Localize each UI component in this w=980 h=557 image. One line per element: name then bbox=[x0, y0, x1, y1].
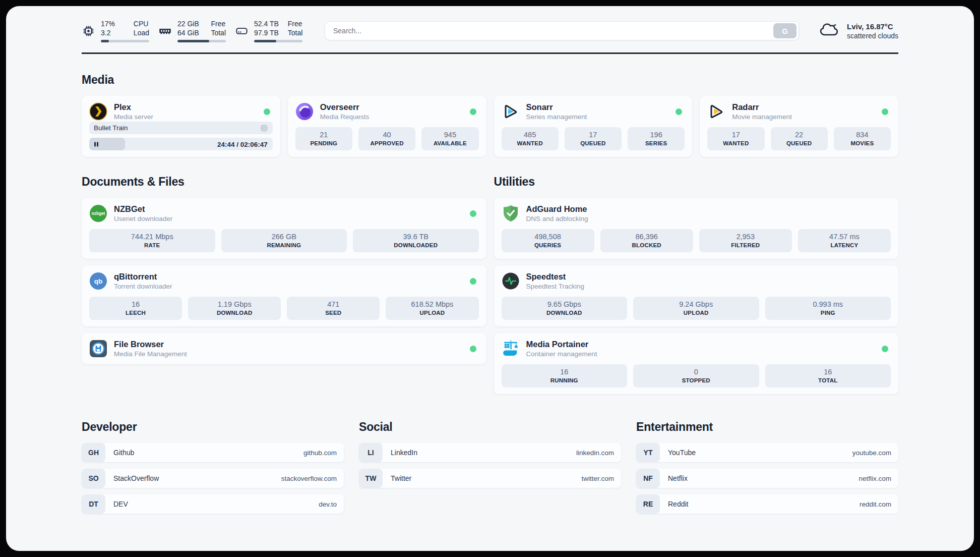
stat-ping: 0.993 ms PING bbox=[765, 297, 891, 320]
app-card-adguard[interactable]: AdGuard Home DNS and adblocking 498,508 … bbox=[494, 198, 899, 259]
nzbget-icon: nzbget bbox=[89, 204, 107, 222]
portainer-icon bbox=[502, 340, 520, 358]
social-section: Social LI LinkedIn linkedin.com TW Twitt… bbox=[359, 420, 621, 514]
pause-icon bbox=[94, 142, 98, 146]
disk-stat-widget: 52.4 TB Free 97.9 TB Total bbox=[235, 19, 302, 42]
speedtest-icon bbox=[502, 272, 520, 290]
app-subtitle: Media File Management bbox=[114, 350, 187, 358]
session-icon bbox=[260, 124, 268, 132]
stat-series: 196 SERIES bbox=[628, 127, 685, 150]
stat-total: 16 TOTAL bbox=[765, 364, 891, 387]
app-card-filebrowser[interactable]: File Browser Media File Management bbox=[82, 333, 486, 364]
app-subtitle: Usenet downloader bbox=[114, 215, 172, 222]
status-dot bbox=[470, 346, 476, 352]
entertainment-section: Entertainment YT YouTube youtube.com NF … bbox=[636, 420, 898, 514]
cpu-label-bottom: Load bbox=[134, 28, 149, 37]
link-row-youtube[interactable]: YT YouTube youtube.com bbox=[636, 443, 898, 462]
playback-time: 24:44 / 02:06:47 bbox=[217, 140, 268, 148]
stat-stopped: 0 STOPPED bbox=[633, 364, 759, 387]
link-badge: TW bbox=[359, 469, 383, 488]
stat-filtered: 2,953 FILTERED bbox=[699, 229, 792, 252]
stat-latency: 47.57 ms LATENCY bbox=[798, 229, 891, 252]
stat-queued: 17 QUEUED bbox=[565, 127, 622, 150]
cloud-icon bbox=[819, 22, 840, 40]
link-row-dev[interactable]: DT DEV dev.to bbox=[82, 494, 344, 514]
app-name: Speedtest bbox=[526, 272, 585, 282]
stat-movies: 834 MOVIES bbox=[834, 127, 891, 150]
status-dot bbox=[470, 278, 476, 285]
memory-label-top: Free bbox=[211, 19, 226, 28]
playback-progress-bar: 24:44 / 02:06:47 bbox=[89, 138, 273, 150]
link-badge: NF bbox=[636, 469, 660, 488]
app-card-radarr[interactable]: Radarr Movie management 17 WANTED 22 QUE… bbox=[700, 96, 898, 157]
cpu-progress-bar bbox=[101, 40, 149, 42]
stat-blocked: 86,396 BLOCKED bbox=[600, 229, 693, 252]
stat-wanted: 485 WANTED bbox=[502, 127, 559, 150]
search-bar: G bbox=[325, 21, 799, 40]
adguard-icon bbox=[502, 204, 520, 222]
disk-label-top: Free bbox=[288, 19, 303, 28]
weather-condition: scattered clouds bbox=[847, 32, 898, 40]
link-badge: LI bbox=[359, 443, 383, 462]
utilities-column: Utilities AdGuard Home DNS and adblockin… bbox=[494, 175, 899, 394]
app-name: File Browser bbox=[114, 340, 187, 349]
stat-queued: 22 QUEUED bbox=[771, 127, 828, 150]
app-subtitle: Movie management bbox=[732, 113, 792, 121]
memory-label-bottom: Total bbox=[211, 28, 226, 37]
cpu-label-top: CPU bbox=[134, 19, 149, 28]
radarr-icon bbox=[707, 102, 725, 121]
stat-downloaded: 39.6 TB DOWNLOADED bbox=[353, 229, 479, 252]
status-dot bbox=[882, 346, 888, 352]
stat-queries: 498,508 QUERIES bbox=[502, 229, 594, 252]
search-input[interactable] bbox=[325, 21, 799, 40]
google-search-button[interactable]: G bbox=[773, 23, 797, 38]
developer-section: Developer GH Github github.com SO StackO… bbox=[82, 420, 344, 514]
status-dot bbox=[676, 108, 682, 115]
link-badge: GH bbox=[82, 443, 105, 462]
link-row-github[interactable]: GH Github github.com bbox=[82, 443, 344, 462]
app-name: NZBGet bbox=[114, 204, 172, 214]
section-title-documents: Documents & Files bbox=[82, 175, 486, 189]
stat-download: 9.65 Gbps DOWNLOAD bbox=[502, 297, 628, 320]
app-card-sonarr[interactable]: Sonarr Series management 485 WANTED 17 Q… bbox=[494, 96, 693, 157]
link-row-linkedin[interactable]: LI LinkedIn linkedin.com bbox=[359, 443, 621, 462]
app-card-qbittorrent[interactable]: qb qBittorrent Torrent downloader 16 LEE… bbox=[82, 265, 486, 326]
link-row-reddit[interactable]: RE Reddit reddit.com bbox=[636, 494, 898, 514]
system-stats: 17% CPU 3.2 Load 22 bbox=[82, 19, 302, 42]
weather-widget: Lviv, 16.87°C scattered clouds bbox=[819, 22, 898, 40]
app-name: Overseerr bbox=[320, 102, 370, 112]
link-row-netflix[interactable]: NF Netflix netflix.com bbox=[636, 469, 898, 488]
app-subtitle: Torrent downloader bbox=[114, 283, 172, 290]
link-badge: SO bbox=[82, 469, 105, 488]
stat-remaining: 266 GB REMAINING bbox=[221, 229, 347, 252]
disk-free-value: 52.4 TB bbox=[254, 19, 279, 28]
app-card-overseerr[interactable]: Overseerr Media Requests 21 PENDING 40 A… bbox=[288, 96, 486, 157]
filebrowser-icon bbox=[89, 340, 107, 358]
app-card-portainer[interactable]: Media Portainer Container management 16 … bbox=[494, 333, 899, 394]
cpu-icon bbox=[82, 24, 95, 38]
header-divider bbox=[82, 52, 898, 54]
cpu-stat-widget: 17% CPU 3.2 Load bbox=[82, 19, 149, 42]
link-row-stackoverflow[interactable]: SO StackOverflow stackoverflow.com bbox=[82, 469, 344, 488]
overseerr-icon bbox=[295, 102, 314, 121]
app-subtitle: Speedtest Tracking bbox=[526, 283, 585, 290]
app-card-plex[interactable]: Plex Media server Bullet Train 24:44 / 0… bbox=[82, 96, 280, 157]
app-subtitle: Series management bbox=[526, 113, 587, 121]
stat-seed: 471 SEED bbox=[287, 297, 380, 320]
memory-icon bbox=[158, 24, 172, 38]
now-playing-title: Bullet Train bbox=[94, 124, 128, 132]
cpu-load-value: 3.2 bbox=[101, 28, 115, 37]
app-name: AdGuard Home bbox=[526, 204, 588, 214]
documents-column: Documents & Files nzbget NZBGet Usenet d… bbox=[82, 175, 486, 394]
now-playing-row: Bullet Train bbox=[89, 122, 273, 134]
app-card-speedtest[interactable]: Speedtest Speedtest Tracking 9.65 Gbps D… bbox=[494, 265, 899, 326]
qbittorrent-icon: qb bbox=[89, 272, 107, 290]
cpu-usage-value: 17% bbox=[101, 19, 115, 28]
link-row-twitter[interactable]: TW Twitter twitter.com bbox=[359, 469, 621, 488]
app-card-nzbget[interactable]: nzbget NZBGet Usenet downloader 744.21 M… bbox=[82, 198, 486, 259]
app-name: Media Portainer bbox=[526, 340, 597, 349]
media-grid: Plex Media server Bullet Train 24:44 / 0… bbox=[82, 96, 898, 157]
disk-icon bbox=[235, 24, 249, 38]
stat-download: 1.19 Gbps DOWNLOAD bbox=[188, 297, 281, 320]
status-dot bbox=[882, 108, 888, 115]
